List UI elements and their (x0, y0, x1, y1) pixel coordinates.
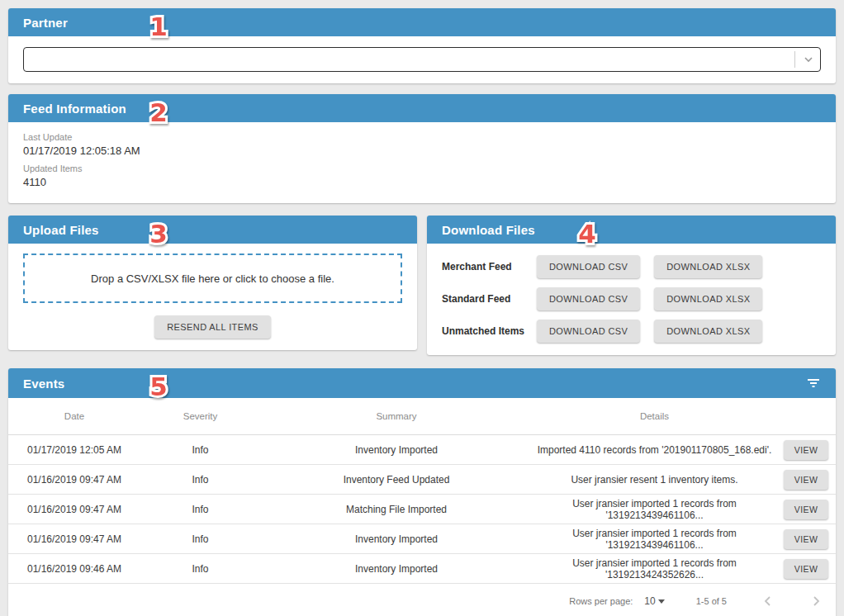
updated-items-value: 4110 (23, 176, 821, 188)
dropzone-text: Drop a CSV/XLSX file here or click to ch… (91, 272, 334, 285)
standard-feed-download-csv-button[interactable]: DOWNLOAD CSV (537, 287, 640, 310)
download-files-title: Download Files (442, 223, 535, 237)
download-files-body: Merchant Feed DOWNLOAD CSV DOWNLOAD XLSX… (427, 244, 836, 355)
event-summary: Matching File Imported (260, 504, 533, 515)
event-details: User jransier imported 1 records from '1… (533, 557, 776, 580)
events-header: Events 5 (8, 368, 836, 398)
feed-information-body: Last Update 01/17/2019 12:05:18 AM Updat… (8, 122, 836, 203)
pagination-bar: Rows per page: 10 1-5 of 5 (8, 584, 836, 616)
merchant-feed-label: Merchant Feed (442, 261, 537, 272)
event-severity: Info (140, 504, 260, 515)
event-summary: Inventory Imported (260, 533, 533, 545)
partner-panel-title: Partner (23, 16, 68, 30)
view-button[interactable]: VIEW (784, 470, 828, 490)
upload-files-header: Upload Files 3 (8, 216, 417, 244)
event-date: 01/16/2019 09:47 AM (8, 533, 140, 545)
event-severity: Info (140, 444, 260, 456)
upload-files-body: Drop a CSV/XLSX file here or click to ch… (8, 244, 417, 350)
filter-list-icon[interactable] (806, 377, 821, 389)
view-button[interactable]: VIEW (784, 559, 828, 579)
column-header-details: Details (533, 411, 776, 421)
column-header-summary: Summary (260, 411, 533, 421)
event-date: 01/16/2019 09:46 AM (8, 563, 140, 575)
event-details: User jransier resent 1 inventory items. (533, 474, 776, 486)
pagination-range: 1-5 of 5 (696, 596, 727, 606)
download-row-unmatched-items: Unmatched Items DOWNLOAD CSV DOWNLOAD XL… (442, 315, 821, 347)
event-summary: Inventory Feed Updated (260, 474, 533, 486)
next-page-icon[interactable] (809, 595, 823, 608)
table-row: 01/16/2019 09:47 AM Info Matching File I… (8, 495, 836, 524)
event-date: 01/16/2019 09:47 AM (8, 504, 140, 515)
events-table-header: Date Severity Summary Details (8, 398, 836, 435)
svg-text:5: 5 (149, 372, 168, 401)
events-panel: Events 5 Date Severity Summary Details 0… (8, 368, 836, 616)
caret-down-icon (658, 599, 665, 604)
event-date: 01/16/2019 09:47 AM (8, 474, 140, 486)
event-details: Imported 4110 records from '201901170805… (533, 444, 776, 456)
standard-feed-download-xlsx-button[interactable]: DOWNLOAD XLSX (654, 287, 762, 310)
feed-information-panel: Feed Information 2 Last Update 01/17/201… (8, 94, 836, 203)
unmatched-items-download-xlsx-button[interactable]: DOWNLOAD XLSX (654, 320, 762, 343)
unmatched-items-label: Unmatched Items (442, 325, 537, 337)
standard-feed-label: Standard Feed (442, 293, 537, 305)
view-button[interactable]: VIEW (784, 500, 828, 519)
event-severity: Info (140, 474, 260, 486)
merchant-feed-download-csv-button[interactable]: DOWNLOAD CSV (537, 255, 640, 278)
event-summary: Inventory Imported (260, 563, 533, 575)
column-header-date: Date (8, 411, 140, 421)
event-summary: Inventory Imported (260, 444, 533, 456)
rows-per-page-select[interactable]: 10 (644, 595, 664, 607)
partner-panel-body (8, 36, 836, 83)
view-button[interactable]: VIEW (784, 440, 828, 460)
merchant-feed-download-xlsx-button[interactable]: DOWNLOAD XLSX (654, 255, 762, 278)
last-update-value: 01/17/2019 12:05:18 AM (23, 145, 821, 157)
last-update-label: Last Update (23, 132, 821, 142)
table-row: 01/16/2019 09:46 AM Info Inventory Impor… (8, 554, 836, 584)
view-button[interactable]: VIEW (784, 529, 828, 549)
partner-combobox-input[interactable] (32, 54, 794, 66)
feed-information-title: Feed Information (23, 102, 126, 116)
table-row: 01/17/2019 12:05 AM Info Inventory Impor… (8, 435, 836, 465)
event-severity: Info (140, 563, 260, 575)
event-severity: Info (140, 533, 260, 545)
chevron-down-icon[interactable] (802, 53, 815, 66)
partner-panel-header: Partner 1 (8, 8, 836, 36)
download-row-standard-feed: Standard Feed DOWNLOAD CSV DOWNLOAD XLSX (442, 282, 821, 315)
download-row-merchant-feed: Merchant Feed DOWNLOAD CSV DOWNLOAD XLSX (442, 250, 821, 282)
table-row: 01/16/2019 09:47 AM Info Inventory Feed … (8, 465, 836, 495)
rows-per-page-label: Rows per page: (569, 596, 633, 606)
column-header-severity: Severity (140, 411, 260, 421)
partner-combobox[interactable] (23, 47, 821, 72)
event-date: 01/17/2019 12:05 AM (8, 444, 140, 456)
combobox-divider (794, 51, 795, 68)
unmatched-items-download-csv-button[interactable]: DOWNLOAD CSV (537, 320, 640, 343)
table-row: 01/16/2019 09:47 AM Info Inventory Impor… (8, 524, 836, 554)
download-files-panel: Download Files 4 Merchant Feed DOWNLOAD … (427, 216, 836, 355)
file-dropzone[interactable]: Drop a CSV/XLSX file here or click to ch… (23, 254, 402, 303)
previous-page-icon[interactable] (761, 595, 775, 608)
upload-files-title: Upload Files (23, 223, 99, 237)
feed-information-header: Feed Information 2 (8, 94, 836, 122)
updated-items-label: Updated Items (23, 163, 821, 173)
event-details: User jransier imported 1 records from '1… (533, 528, 776, 551)
upload-files-panel: Upload Files 3 Drop a CSV/XLSX file here… (8, 216, 417, 350)
resend-all-items-button[interactable]: RESEND ALL ITEMS (154, 315, 271, 339)
partner-panel: Partner 1 (8, 8, 836, 83)
events-title: Events (23, 377, 64, 391)
event-details: User jransier imported 1 records from '1… (533, 498, 776, 521)
download-files-header: Download Files 4 (427, 216, 836, 244)
